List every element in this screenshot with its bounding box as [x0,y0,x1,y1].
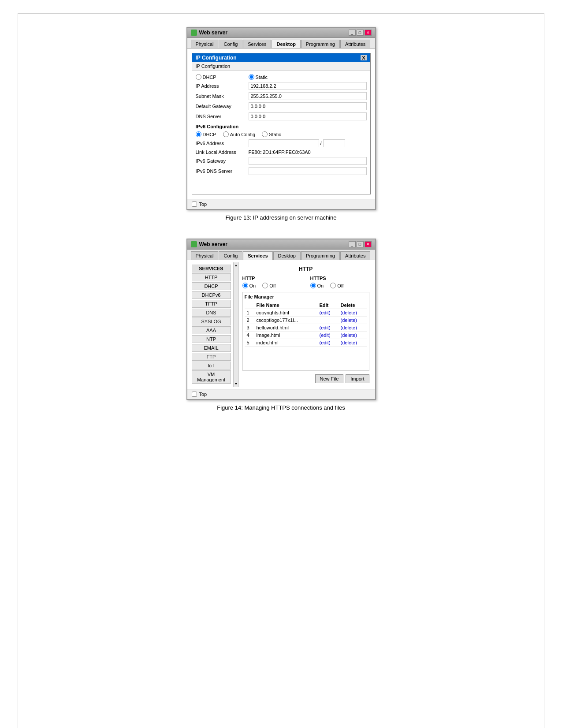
edit-link-4[interactable]: (edit) [320,332,331,338]
sidebar-item-dns[interactable]: DNS [192,309,231,317]
ipv6-address-main-input[interactable] [249,139,319,147]
dhcp-radio[interactable] [196,74,201,80]
static-option[interactable]: Static [249,74,367,80]
close-btn-13[interactable]: ✕ [365,30,372,36]
edit-1[interactable]: (edit) [317,309,339,317]
https-off-radio[interactable] [330,283,336,288]
delete-4[interactable]: (delete) [339,332,367,339]
sidebar-item-iot[interactable]: IoT [192,362,231,370]
top-checkbox-13[interactable] [192,202,197,207]
edit-link-3[interactable]: (edit) [320,325,331,330]
delete-link-5[interactable]: (delete) [341,340,357,345]
static-radio[interactable] [249,74,254,80]
window-14-title: Web server [199,241,227,247]
tab-14-config[interactable]: Config [219,251,242,260]
ipv6-static-option[interactable]: Static [262,131,281,137]
tab-13-config[interactable]: Config [219,40,242,48]
subnet-mask-row: Subnet Mask [196,92,367,100]
edit-4[interactable]: (edit) [317,332,339,339]
tab-13-physical[interactable]: Physical [191,40,219,48]
sidebar-item-ftp[interactable]: FTP [192,353,231,361]
tab-13-programming[interactable]: Programming [301,40,340,48]
table-spacer [245,347,367,369]
ipv6-slash: / [320,141,322,146]
delete-1[interactable]: (delete) [339,309,367,317]
ip-config-close[interactable]: X [361,55,366,60]
file-table: File Name Edit Delete 1 copyrights.html [245,302,367,347]
import-button[interactable]: Import [346,374,369,383]
subnet-mask-input[interactable] [249,92,367,100]
scroll-down-arrow[interactable]: ▼ [234,382,238,386]
window-13-body: IP Configuration X IP Configuration D [187,49,375,199]
figure-13-window: Web server _ □ ✕ Physical Config Service… [186,27,376,210]
minimize-btn-13[interactable]: _ [349,30,356,36]
services-sidebar: SERVICES HTTP DHCP DHCPv6 TFTP DNS SYSLO… [190,262,234,387]
edit-3[interactable]: (edit) [317,324,339,332]
dns-server-input[interactable] [249,112,367,120]
sidebar-item-email[interactable]: EMAIL [192,344,231,352]
default-gateway-input[interactable] [249,102,367,110]
scroll-up-arrow[interactable]: ▲ [234,263,238,267]
ip-address-input[interactable] [249,82,367,90]
new-file-button[interactable]: New File [315,374,344,383]
ipv6-autoconfig-radio[interactable] [223,131,229,137]
top-label-13: Top [199,202,207,207]
ipv6-dhcp-radio[interactable] [196,131,201,137]
delete-link-2[interactable]: (delete) [341,317,357,323]
sidebar-item-aaa[interactable]: AAA [192,326,231,334]
sidebar-item-syslog[interactable]: SYSLOG [192,317,231,325]
ipv6-dns-input[interactable] [249,167,367,175]
delete-link-1[interactable]: (delete) [341,310,357,315]
sidebar-item-http[interactable]: HTTP [192,273,231,281]
https-on-radio[interactable] [310,283,316,288]
edit-2 [317,317,339,324]
http-on-option[interactable]: On [242,283,256,288]
file-manager-actions: New File Import [242,374,369,383]
ipv6-mode-group: DHCP Auto Config Static [196,131,281,137]
tab-13-services[interactable]: Services [243,40,271,48]
close-btn-14[interactable]: ✕ [365,241,372,247]
tab-14-physical[interactable]: Physical [191,251,219,260]
tab-14-programming[interactable]: Programming [301,251,340,260]
https-off-option[interactable]: Off [330,283,343,288]
minimize-btn-14[interactable]: _ [349,241,356,247]
tab-14-desktop[interactable]: Desktop [273,251,301,260]
sidebar-item-vm[interactable]: VM Management [192,370,231,384]
window-14-footer: Top [187,389,375,399]
edit-5[interactable]: (edit) [317,339,339,347]
ipv6-gateway-input[interactable] [249,157,367,165]
delete-5[interactable]: (delete) [339,339,367,347]
maximize-btn-13[interactable]: □ [357,30,364,36]
sidebar-item-tftp[interactable]: TFTP [192,300,231,308]
delete-link-3[interactable]: (delete) [341,325,357,330]
sidebar-area: SERVICES HTTP DHCP DHCPv6 TFTP DNS SYSLO… [190,262,239,387]
sidebar-item-dhcpv6[interactable]: DHCPv6 [192,291,231,299]
ipv6-gateway-row: IPv6 Gateway [196,157,367,165]
edit-link-5[interactable]: (edit) [320,340,331,345]
ipv6-address-sub-input[interactable] [323,139,345,147]
tab-14-attributes[interactable]: Attributes [340,251,370,260]
http-off-option[interactable]: Off [262,283,275,288]
delete-2[interactable]: (delete) [339,317,367,324]
sidebar-item-ntp[interactable]: NTP [192,335,231,343]
tab-13-attributes[interactable]: Attributes [340,40,370,48]
tab-13-desktop[interactable]: Desktop [272,40,300,48]
delete-link-4[interactable]: (delete) [341,332,357,338]
ipv6-dhcp-option[interactable]: DHCP [196,131,216,137]
ipv6-static-radio[interactable] [262,131,268,137]
sidebar-item-dhcp[interactable]: DHCP [192,282,231,290]
delete-3[interactable]: (delete) [339,324,367,332]
http-on-radio[interactable] [242,283,248,288]
link-local-label: Link Local Address [196,149,249,155]
file-manager-title: File Manager [245,294,367,299]
ipv6-autoconfig-option[interactable]: Auto Config [223,131,255,137]
https-on-option[interactable]: On [310,283,324,288]
default-gateway-value [249,102,367,110]
http-off-radio[interactable] [262,283,268,288]
edit-link-1[interactable]: (edit) [320,310,331,315]
tab-14-services[interactable]: Services [243,251,272,260]
top-checkbox-14[interactable] [192,392,197,397]
maximize-btn-14[interactable]: □ [357,241,364,247]
dhcp-option[interactable]: DHCP [196,74,249,80]
static-label: Static [256,75,268,80]
